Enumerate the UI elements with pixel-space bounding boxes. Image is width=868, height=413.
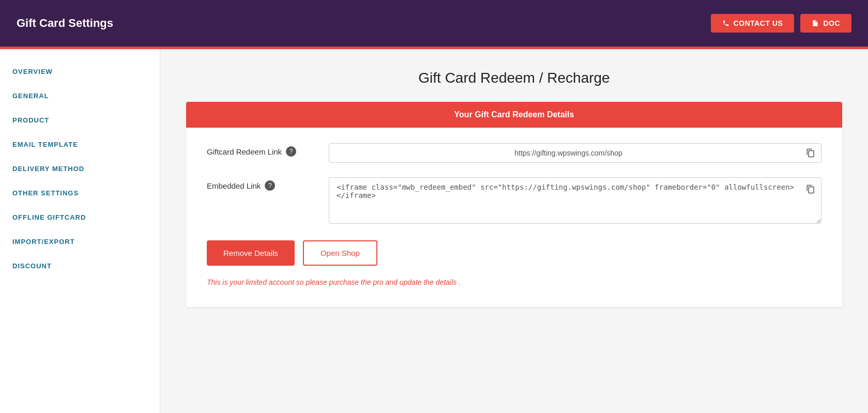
open-shop-button[interactable]: Open Shop xyxy=(303,240,377,266)
card-header: Your Gift Card Redeem Details xyxy=(186,102,842,128)
redeem-card: Your Gift Card Redeem Details Giftcard R… xyxy=(186,102,842,307)
doc-button[interactable]: DOC xyxy=(800,14,851,33)
embedded-link-input-wrapper xyxy=(329,177,821,226)
embedded-link-row: Embedded Link ? xyxy=(207,177,821,226)
embedded-link-label-group: Embedded Link ? xyxy=(207,177,321,191)
app-title: Gift Card Settings xyxy=(17,17,113,30)
sidebar-item-product[interactable]: PRODUCT xyxy=(0,108,160,132)
header-buttons: CONTACT US DOC xyxy=(711,14,851,33)
embedded-link-copy-icon[interactable] xyxy=(805,183,816,195)
contact-us-label: CONTACT US xyxy=(734,19,783,27)
sidebar-item-delivery-method[interactable]: DELIVERY METHOD xyxy=(0,157,160,181)
remove-details-button[interactable]: Remove Details xyxy=(207,240,295,266)
contact-us-button[interactable]: CONTACT US xyxy=(711,14,795,33)
redeem-link-row: Giftcard Redeem Link ? xyxy=(207,143,821,163)
page-title: Gift Card Redeem / Recharge xyxy=(186,70,842,86)
notice-text: This is your limited account so please p… xyxy=(207,278,821,286)
redeem-link-label-group: Giftcard Redeem Link ? xyxy=(207,143,321,157)
sidebar-item-import-export[interactable]: IMPORT/EXPORT xyxy=(0,230,160,254)
sidebar-item-email-template[interactable]: EMAIL TEMPLATE xyxy=(0,132,160,157)
main-content: Gift Card Redeem / Recharge Your Gift Ca… xyxy=(160,49,868,413)
card-body: Giftcard Redeem Link ? xyxy=(186,128,842,307)
phone-icon xyxy=(722,20,729,27)
sidebar-item-general[interactable]: GENERAL xyxy=(0,84,160,108)
redeem-link-input[interactable] xyxy=(329,143,821,163)
redeem-link-copy-icon[interactable] xyxy=(805,147,816,159)
redeem-link-help-icon[interactable]: ? xyxy=(286,146,296,157)
sidebar-item-other-settings[interactable]: OTHER SETTINGS xyxy=(0,181,160,205)
redeem-link-input-wrapper xyxy=(329,143,821,163)
doc-label: DOC xyxy=(823,19,840,27)
embedded-link-textarea[interactable] xyxy=(329,177,821,224)
embedded-link-label: Embedded Link xyxy=(207,181,261,190)
redeem-link-label: Giftcard Redeem Link xyxy=(207,147,282,156)
sidebar-item-overview[interactable]: OVERVIEW xyxy=(0,59,160,84)
sidebar: OVERVIEW GENERAL PRODUCT EMAIL TEMPLATE … xyxy=(0,49,160,413)
sidebar-item-discount[interactable]: DISCOUNT xyxy=(0,254,160,278)
action-buttons: Remove Details Open Shop xyxy=(207,240,821,266)
layout: OVERVIEW GENERAL PRODUCT EMAIL TEMPLATE … xyxy=(0,49,868,413)
sidebar-item-offline-giftcard[interactable]: OFFLINE GIFTCARD xyxy=(0,205,160,230)
header: Gift Card Settings CONTACT US DOC xyxy=(0,0,868,47)
embedded-link-help-icon[interactable]: ? xyxy=(265,180,275,191)
doc-icon xyxy=(812,20,819,27)
